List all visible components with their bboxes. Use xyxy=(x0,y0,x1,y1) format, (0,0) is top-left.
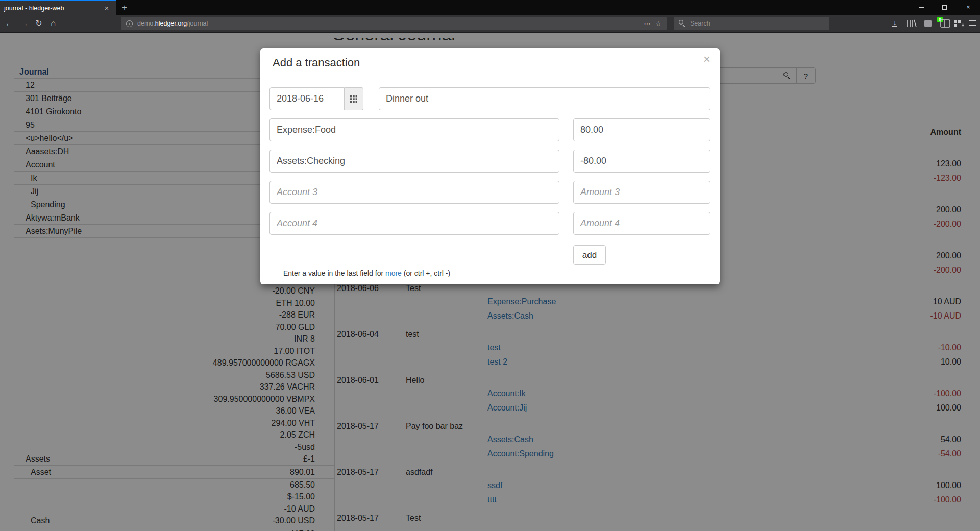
account-input-2[interactable] xyxy=(270,150,559,173)
page-actions-icon[interactable]: ⋯ xyxy=(640,20,654,28)
calendar-grid-icon xyxy=(350,95,357,103)
url-subdomain: demo. xyxy=(137,20,155,27)
url-host: hledger.org xyxy=(155,20,187,27)
browser-chrome: journal - hledger-web × + × ← → ↻ ⌂ i de… xyxy=(0,0,980,33)
date-input[interactable] xyxy=(270,87,345,110)
posting-input-row xyxy=(270,212,710,235)
dialog-title: Add a transaction xyxy=(273,56,707,69)
account-input-4[interactable] xyxy=(270,212,559,235)
screen: journal - hledger-web × + × ← → ↻ ⌂ i de… xyxy=(0,0,980,531)
new-tab-button[interactable]: + xyxy=(117,1,132,15)
tab-close-icon[interactable]: × xyxy=(102,4,112,12)
back-button[interactable]: ← xyxy=(2,16,16,31)
minimize-icon xyxy=(919,7,924,8)
download-icon: ↓ xyxy=(888,16,902,29)
extension-icon[interactable]: 0 xyxy=(921,16,935,31)
account-input-1[interactable] xyxy=(270,118,559,141)
amount-input-4[interactable] xyxy=(573,212,710,235)
tab-title: journal - hledger-web xyxy=(4,5,102,12)
dialog-close-icon[interactable]: × xyxy=(703,53,710,65)
dialog-header: Add a transaction × xyxy=(260,48,720,78)
amount-input-2[interactable] xyxy=(573,150,710,173)
menu-icon[interactable] xyxy=(969,20,976,28)
tab-bar: journal - hledger-web × + × xyxy=(0,0,980,15)
window-close-button[interactable]: × xyxy=(957,0,980,15)
description-input[interactable] xyxy=(379,87,710,110)
site-info-icon[interactable]: i xyxy=(126,20,133,27)
add-button[interactable]: add xyxy=(573,245,606,265)
add-transaction-dialog: Add a transaction × xyxy=(260,48,720,284)
downloads-button[interactable]: ↓ xyxy=(888,16,902,31)
window-restore-button[interactable] xyxy=(933,0,957,15)
reload-button[interactable]: ↻ xyxy=(32,16,46,31)
forward-button[interactable]: → xyxy=(17,16,32,31)
date-picker-button[interactable] xyxy=(345,87,363,110)
url-path: /journal xyxy=(187,20,208,27)
account-input-3[interactable] xyxy=(270,181,559,204)
posting-input-row xyxy=(270,118,710,141)
dialog-body: add Enter a value in the last field for … xyxy=(260,78,720,286)
url-bar[interactable]: i demo.hledger.org/journal ⋯ ☆ xyxy=(121,17,667,30)
window-minimize-button[interactable] xyxy=(910,0,933,15)
posting-input-row xyxy=(270,150,710,173)
amount-input-1[interactable] xyxy=(573,118,710,141)
search-placeholder: Search xyxy=(690,20,710,27)
home-button[interactable]: ⌂ xyxy=(46,16,60,31)
posting-input-row xyxy=(270,181,710,204)
bookmark-star-icon[interactable]: ☆ xyxy=(654,20,667,28)
amount-input-3[interactable] xyxy=(573,181,710,204)
search-icon xyxy=(679,20,686,27)
browser-search-bar[interactable]: Search xyxy=(674,17,829,30)
navigation-toolbar: ← → ↻ ⌂ i demo.hledger.org/journal ⋯ ☆ S… xyxy=(0,15,980,33)
browser-tab[interactable]: journal - hledger-web × xyxy=(0,0,116,15)
sidebars-icon[interactable] xyxy=(940,19,950,28)
restore-icon xyxy=(942,5,947,10)
grid-apps-icon[interactable] xyxy=(953,19,964,28)
more-link[interactable]: more xyxy=(385,269,402,277)
dialog-hint: Enter a value in the last field for more… xyxy=(283,269,710,277)
library-icon[interactable] xyxy=(906,19,917,28)
